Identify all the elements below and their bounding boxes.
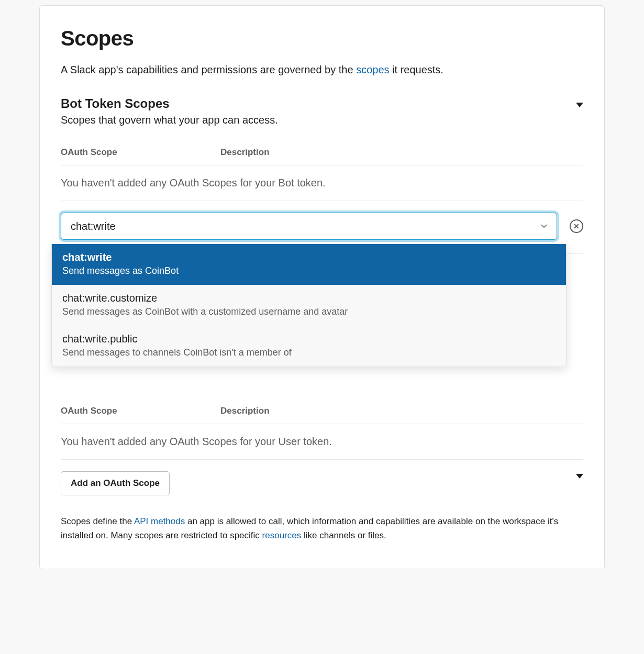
add-oauth-scope-button[interactable]: Add an OAuth Scope [61,471,170,495]
bot-section-header: Bot Token Scopes [61,96,170,114]
resources-link[interactable]: resources [262,530,302,540]
dropdown-option-chat-write-public[interactable]: chat:write.public Send messages to chann… [52,326,566,367]
user-empty-msg: You haven't added any OAuth Scopes for y… [61,424,583,460]
close-icon: ✕ [573,222,580,230]
bot-empty-msg: You haven't added any OAuth Scopes for y… [61,165,583,201]
scope-combo [61,213,557,240]
option-desc: Send messages as CoinBot [62,265,556,276]
dropdown-option-chat-write-customize[interactable]: chat:write.customize Send messages as Co… [52,285,566,326]
col-scope-header: OAuth Scope [61,406,220,416]
dropdown-option-chat-write[interactable]: chat:write Send messages as CoinBot [52,244,566,285]
footer-t1: Scopes define the [61,516,134,526]
collapse-caret-icon[interactable] [576,103,583,107]
col-desc-header: Description [220,147,583,158]
bot-section-header-row: Bot Token Scopes [61,96,583,114]
bot-scopes-table-header: OAuth Scope Description [61,147,583,165]
footer-t3: like channels or files. [301,530,386,540]
col-scope-header: OAuth Scope [61,147,220,158]
user-scopes-block: OAuth Scope Description You haven't adde… [61,406,583,495]
scope-combo-area: chat:write Send messages as CoinBot chat… [61,201,583,254]
option-name: chat:write [62,251,556,263]
scopes-panel: Scopes A Slack app's capabilities and pe… [39,5,605,569]
scope-search-input[interactable] [61,213,557,240]
clear-scope-button[interactable]: ✕ [570,219,583,233]
scope-dropdown: chat:write Send messages as CoinBot chat… [51,244,567,367]
option-name: chat:write.public [62,333,556,345]
scope-combo-wrapper: chat:write Send messages as CoinBot chat… [61,213,557,240]
footer-note: Scopes define the API methods an app is … [61,514,583,542]
api-methods-link[interactable]: API methods [134,516,185,526]
option-desc: Send messages as CoinBot with a customiz… [62,306,556,317]
bot-token-scopes-title: Bot Token Scopes [61,96,170,111]
intro-text: A Slack app's capabilities and permissio… [61,62,583,77]
collapse-caret-icon[interactable] [576,474,583,479]
user-section: OAuth Scope Description You haven't adde… [61,406,583,495]
option-name: chat:write.customize [62,292,556,304]
option-desc: Send messages to channels CoinBot isn't … [62,347,556,358]
intro-after: it requests. [390,64,443,75]
user-scopes-table-header: OAuth Scope Description [61,406,583,424]
intro-before: A Slack app's capabilities and permissio… [61,64,356,75]
bot-section-desc: Scopes that govern what your app can acc… [61,114,583,126]
page-title: Scopes [61,27,583,50]
col-desc-header: Description [220,406,583,416]
scopes-link[interactable]: scopes [356,64,389,75]
